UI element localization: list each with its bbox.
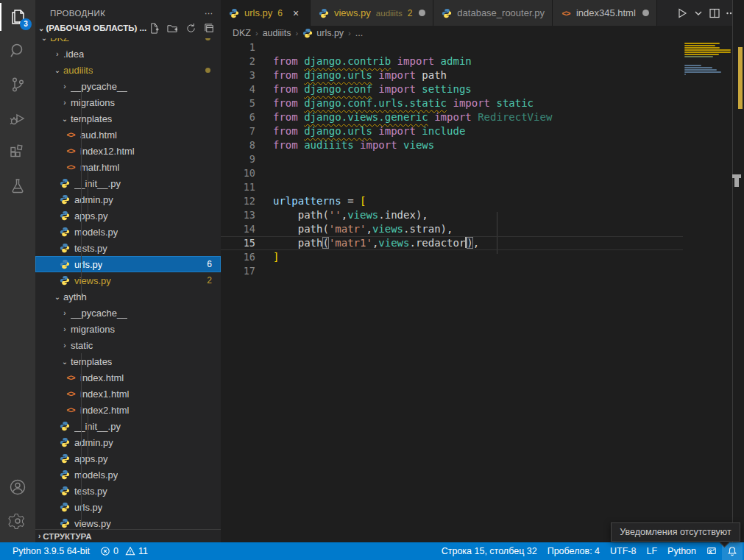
tree-item-label: .idea bbox=[63, 49, 84, 60]
code-line-3[interactable]: 3from django.urls import path bbox=[221, 68, 683, 82]
tree-file-index-html[interactable]: <>index.html bbox=[35, 369, 221, 386]
eol-setting[interactable]: LF bbox=[641, 542, 662, 560]
activity-explorer-icon[interactable]: 3 bbox=[0, 0, 35, 34]
tree-folder-dkz[interactable]: ⌄DKZ bbox=[35, 38, 221, 46]
tab-views-py[interactable]: views.pyaudiiits2 bbox=[311, 0, 433, 26]
python-interpreter[interactable]: Python 3.9.5 64-bit bbox=[7, 542, 95, 560]
tree-file-views-py[interactable]: views.py bbox=[35, 515, 221, 529]
html-icon: <> bbox=[67, 163, 75, 171]
activity-search-icon[interactable] bbox=[0, 34, 35, 68]
tree-folder-templates[interactable]: ⌄templates bbox=[35, 110, 221, 127]
tree-item-label: templates bbox=[71, 356, 112, 367]
tree-file--init-py[interactable]: __init__.py bbox=[35, 418, 221, 434]
tree-file-apps-py[interactable]: apps.py bbox=[35, 208, 221, 224]
python-icon bbox=[59, 274, 71, 286]
collapse-all-icon[interactable] bbox=[204, 23, 215, 34]
tree-folder-migrations[interactable]: ›migrations bbox=[35, 94, 221, 110]
code-line-12[interactable]: 12urlpatterns = [ bbox=[221, 194, 683, 208]
refresh-icon[interactable] bbox=[185, 23, 196, 34]
code-editor[interactable]: 12from django.contrib import admin3from … bbox=[221, 40, 683, 542]
problems-indicator[interactable]: 0 11 bbox=[95, 542, 153, 560]
tab-index345-html[interactable]: <>index345.html bbox=[553, 0, 657, 26]
code-line-4[interactable]: 4from django.conf import settings bbox=[221, 82, 683, 96]
indentation-setting[interactable]: Пробелов: 4 bbox=[542, 542, 605, 560]
code-line-6[interactable]: 6from django.views.generic import Redire… bbox=[221, 110, 683, 124]
python-icon bbox=[59, 469, 71, 481]
new-file-icon[interactable] bbox=[149, 23, 160, 34]
code-line-2[interactable]: 2from django.contrib import admin bbox=[221, 54, 683, 68]
tree-file-tests-py[interactable]: tests.py bbox=[35, 240, 221, 256]
code-line-5[interactable]: 5from django.conf.urls.static import sta… bbox=[221, 96, 683, 110]
tree-folder-templates[interactable]: ⌄templates bbox=[35, 353, 221, 369]
tree-file-urls-py[interactable]: urls.py6 bbox=[35, 256, 221, 272]
tree-file-index2-html[interactable]: <>index2.html bbox=[35, 402, 221, 418]
tree-folder-audiiits[interactable]: ⌄audiiits bbox=[35, 62, 221, 78]
tab-urls-py[interactable]: urls.py6× bbox=[221, 0, 311, 26]
code-line-1[interactable]: 1 bbox=[221, 40, 683, 54]
tree-file--init-py[interactable]: __init__.py bbox=[35, 175, 221, 191]
tree-item-label: urls.py bbox=[74, 259, 102, 270]
activity-source-control-icon[interactable] bbox=[0, 68, 35, 102]
code-line-14[interactable]: 14 path('matr',views.stran), bbox=[221, 222, 683, 236]
tree-file-index1-html[interactable]: <>index1.html bbox=[35, 386, 221, 402]
tree-item-label: migrations bbox=[71, 324, 115, 335]
activity-extensions-icon[interactable] bbox=[0, 135, 35, 169]
breadcrumb-item[interactable]: urls.py bbox=[316, 28, 344, 38]
python-icon bbox=[318, 7, 330, 19]
activity-account-icon[interactable] bbox=[0, 470, 35, 504]
tree-file-admin-py[interactable]: admin.py bbox=[35, 434, 221, 450]
code-line-8[interactable]: 8from audiiits import views bbox=[221, 138, 683, 152]
tree-file-models-py[interactable]: models.py bbox=[35, 467, 221, 483]
tree-folder--idea[interactable]: ›.idea bbox=[35, 46, 221, 62]
tree-file-index12-html[interactable]: <>index12.html bbox=[35, 143, 221, 159]
split-editor-icon[interactable] bbox=[709, 7, 720, 19]
tree-file-tests-py[interactable]: tests.py bbox=[35, 483, 221, 499]
breadcrumb-item[interactable]: DKZ bbox=[233, 28, 251, 38]
tab-database-roouter-py[interactable]: database_roouter.py bbox=[433, 0, 553, 26]
line-number: 10 bbox=[221, 166, 255, 180]
tree-file-urls-py[interactable]: urls.py bbox=[35, 499, 221, 515]
scrollbar-overview-ruler[interactable] bbox=[732, 0, 744, 542]
tree-folder-static[interactable]: ›static bbox=[35, 337, 221, 353]
code-line-9[interactable]: 9 bbox=[221, 152, 683, 166]
code-line-10[interactable]: 10 bbox=[221, 166, 683, 180]
code-line-13[interactable]: 13 path('',views.index), bbox=[221, 208, 683, 222]
activity-testing-icon[interactable] bbox=[0, 169, 35, 203]
activity-settings-icon[interactable] bbox=[0, 504, 35, 538]
tree-file-matr-html[interactable]: <>matr.html bbox=[35, 159, 221, 175]
code-line-17[interactable]: 17 bbox=[221, 264, 683, 278]
code-line-15[interactable]: 15 path('matr1',views.redactor), bbox=[221, 236, 683, 250]
tree-folder--pycache-[interactable]: ›__pycache__ bbox=[35, 305, 221, 321]
encoding-setting[interactable]: UTF-8 bbox=[605, 542, 641, 560]
tab-label: index345.html bbox=[576, 7, 636, 18]
language-mode[interactable]: Python bbox=[662, 542, 701, 560]
tree-file-apps-py[interactable]: apps.py bbox=[35, 450, 221, 467]
cursor-position[interactable]: Строка 15, столбец 32 bbox=[436, 542, 542, 560]
sidebar-more-icon[interactable]: ⋯ bbox=[205, 8, 213, 18]
breadcrumb[interactable]: DKZ›audiiits›urls.py›... bbox=[221, 26, 744, 40]
tree-item-label: index.html bbox=[80, 372, 124, 383]
tree-file-admin-py[interactable]: admin.py bbox=[35, 191, 221, 208]
line-number: 1 bbox=[221, 40, 255, 54]
feedback-icon[interactable] bbox=[701, 542, 722, 560]
tree-file-aud-html[interactable]: <>aud.html bbox=[35, 127, 221, 143]
minimap[interactable] bbox=[683, 40, 732, 542]
run-icon[interactable] bbox=[676, 7, 688, 19]
breadcrumb-item[interactable]: audiiits bbox=[263, 28, 291, 38]
code-line-16[interactable]: 16] bbox=[221, 250, 683, 264]
code-line-7[interactable]: 7from django.urls import include bbox=[221, 124, 683, 138]
tree-folder--pycache-[interactable]: ›__pycache__ bbox=[35, 78, 221, 94]
tree-item-label: urls.py bbox=[74, 502, 102, 513]
tree-folder-migrations[interactable]: ›migrations bbox=[35, 321, 221, 337]
tree-file-views-py[interactable]: views.py2 bbox=[35, 272, 221, 288]
tree-file-models-py[interactable]: models.py bbox=[35, 224, 221, 240]
activity-run-debug-icon[interactable] bbox=[0, 102, 35, 135]
workspace-section-header[interactable]: ⌄ (РАБОЧАЯ ОБЛАСТЬ) ... bbox=[35, 22, 221, 34]
tree-folder-aythh[interactable]: ⌄aythh bbox=[35, 288, 221, 305]
breadcrumb-item[interactable]: ... bbox=[355, 28, 363, 38]
new-folder-icon[interactable] bbox=[167, 23, 178, 34]
close-icon[interactable]: × bbox=[289, 7, 302, 19]
run-dropdown-icon[interactable] bbox=[692, 7, 704, 19]
code-line-11[interactable]: 11 bbox=[221, 180, 683, 194]
outline-section-header[interactable]: › СТРУКТУРА bbox=[35, 529, 221, 542]
